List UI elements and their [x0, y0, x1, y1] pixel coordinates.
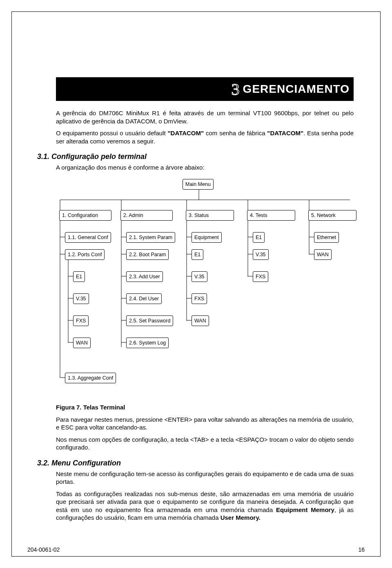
bold-text: User Memory. — [220, 514, 261, 521]
chapter-title: GERENCIAMENTO — [243, 83, 350, 96]
tree-node: 2.1. System Param — [126, 232, 175, 243]
tree-col3-head: 4. Tests — [247, 210, 295, 221]
tree-node: 2.4. Del User — [126, 293, 162, 304]
tree-col0-head: 1. Configuration — [59, 210, 111, 221]
tree-col1-head: 2. Admin — [120, 210, 173, 221]
tree-node: WAN — [192, 315, 209, 326]
tree-root: Main Menu — [183, 179, 214, 190]
footer-left: 204-0061-02 — [27, 546, 60, 553]
tree-node: WAN — [73, 338, 91, 348]
bold-text: "DATACOM" — [167, 130, 204, 136]
tree-node: 2.5. Set Password — [126, 315, 173, 326]
intro-paragraph-2: O equipamento possui o usuário default "… — [56, 129, 354, 145]
chapter-header: 3 GERENCIAMENTO — [56, 77, 354, 101]
tree-node: 2.6. System Log — [126, 338, 169, 348]
tree-node: V.35 — [73, 293, 89, 304]
tree-node: 1.3. Aggregate Conf — [65, 373, 116, 383]
tree-node: E1 — [253, 232, 265, 243]
tree-node: E1 — [73, 271, 85, 282]
after-figure-paragraph-1: Para navegar nestes menus, pressione <EN… — [56, 416, 354, 432]
tree-node: V.35 — [253, 249, 269, 260]
footer-right-page-number: 16 — [358, 546, 365, 553]
section-3-1-lead: A organização dos menus é conforme a árv… — [56, 163, 354, 172]
section-3-2-heading: 3.2. Menu Configuration — [37, 459, 354, 467]
tree-node: FXS — [73, 315, 89, 326]
chapter-number: 3 — [232, 80, 240, 99]
tree-node: Equipment — [192, 232, 222, 243]
intro-paragraph-1: A gerência do DM706C MiniMux R1 é feita … — [56, 109, 354, 125]
tree-node: WAN — [314, 249, 332, 260]
section-3-1-heading: 3.1. Configuração pelo terminal — [37, 152, 354, 161]
section-3-2-paragraph-1: Neste menu de configuração tem-se acesso… — [56, 470, 354, 486]
figure-caption: Figura 7. Telas Terminal — [56, 404, 354, 411]
tree-node: E1 — [192, 249, 203, 260]
section-3-2-paragraph-2: Todas as configurações realizadas nos su… — [56, 490, 354, 522]
tree-node: FXS — [192, 293, 207, 304]
tree-node: 1.1. General Conf — [65, 232, 111, 243]
tree-node: Ethernet — [314, 232, 339, 243]
menu-tree-figure: Main Menu 1. Configuration 2. Admin 3. S… — [56, 177, 374, 398]
after-figure-paragraph-2: Nos menus com opções de configuração, a … — [56, 436, 354, 452]
text: com senha de fábrica — [204, 130, 267, 136]
tree-col4-head: 5. Network — [308, 210, 356, 221]
tree-node: V.35 — [192, 271, 207, 282]
bold-text: "DATACOM" — [267, 130, 303, 136]
tree-col2-head: 3. Status — [186, 210, 234, 221]
tree-node: 2.2. Boot Param — [126, 249, 169, 260]
tree-node: FXS — [253, 271, 268, 282]
bold-text: Equipment Memory — [276, 506, 334, 513]
text: O equipamento possui o usuário default — [56, 130, 167, 136]
tree-node: 2.3. Add User — [126, 271, 163, 282]
text: uma memória chamada — [154, 514, 220, 521]
tree-node: 1.2. Ports Conf — [65, 249, 105, 260]
page-footer: 204-0061-02 16 — [27, 546, 365, 553]
